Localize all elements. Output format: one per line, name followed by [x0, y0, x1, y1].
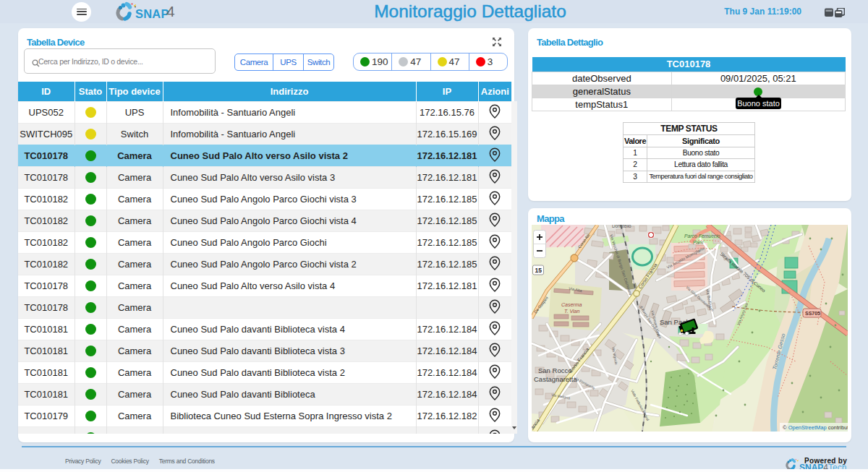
svg-text:SS705: SS705 — [805, 311, 820, 316]
svg-text:© OpenStreetMap contributo: © OpenStreetMap contributo — [783, 424, 848, 431]
svg-text:Parri: Parri — [693, 240, 704, 245]
svg-text:15: 15 — [535, 267, 542, 274]
svg-text:Caserma: Caserma — [561, 302, 582, 307]
svg-text:Parco Fernuccio: Parco Fernuccio — [684, 233, 720, 239]
svg-text:T. Vian: T. Vian — [564, 309, 580, 314]
svg-text:Castagnaretta: Castagnaretta — [534, 375, 577, 383]
svg-text:San Rocco: San Rocco — [538, 366, 571, 374]
svg-text:Donatello: Donatello — [612, 225, 631, 228]
